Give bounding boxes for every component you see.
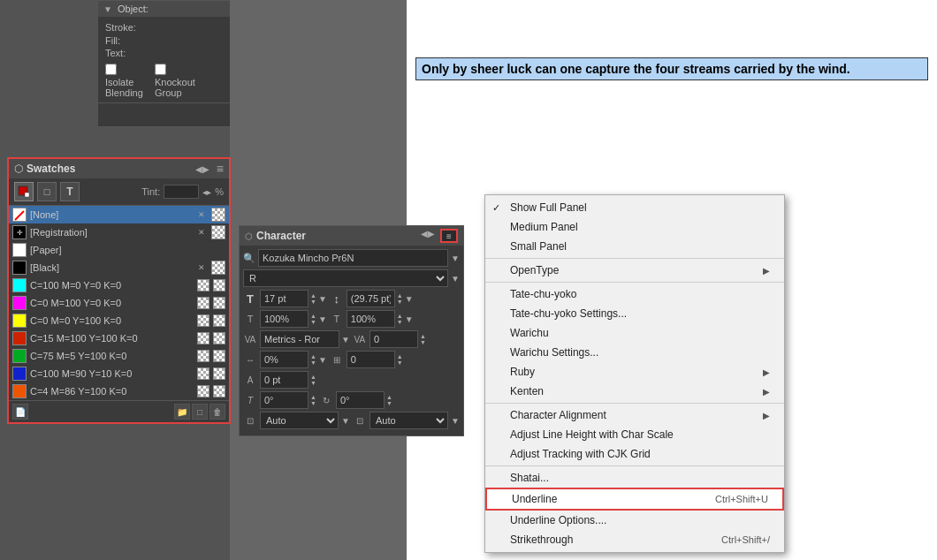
kerning-dropdown[interactable]: ▼ [341,335,350,344]
menu-underline[interactable]: Underline Ctrl+Shift+U [485,488,784,511]
panel-resize-handle[interactable]: ⬡ [14,163,23,175]
font-name-input[interactable] [258,249,448,267]
leading-input[interactable] [347,290,395,307]
swatch-none-color [12,208,27,222]
scale-h-dropdown[interactable]: ▼ [318,314,327,324]
swatch-paper-name: [Paper] [30,245,225,255]
menu-divider-4 [485,465,784,466]
swatches-header: ⬡ Swatches ◀▶ ≡ [9,159,229,178]
language-right-select[interactable]: Auto [369,412,448,429]
scale-v-arrows[interactable]: ▲ ▼ [397,313,403,325]
swatch-none-row[interactable]: [None] ✕ [9,206,229,223]
lang-right-dropdown[interactable]: ▼ [451,416,460,426]
swatch-none-preview [211,208,225,222]
font-dropdown-btn[interactable]: ▼ [451,254,460,263]
width-input[interactable] [260,351,309,368]
char-menu-btn[interactable]: ≡ [440,229,458,243]
swatch-orange-row[interactable]: C=4 M=86 Y=100 K=0 [9,382,229,400]
width-arrows[interactable]: ▲ ▼ [310,353,316,366]
swatch-registration-name: [Registration] [30,227,192,238]
menu-tate-chu-yoko-settings[interactable]: Tate-chu-yoko Settings... [485,304,784,323]
baseline-input[interactable] [260,371,309,389]
menu-warichu[interactable]: Warichu [485,323,784,343]
swatch-registration-row[interactable]: ✛ [Registration] ✕ [9,223,229,241]
menu-warichu-settings[interactable]: Warichu Settings... [485,343,784,362]
tracking-input[interactable] [369,330,418,348]
menu-opentype[interactable]: OpenType ▶ [485,261,784,280]
fill-type-btn[interactable] [14,182,34,201]
swatch-red-row[interactable]: C=15 M=100 Y=100 K=0 [9,329,229,347]
scale-v-input[interactable] [347,310,395,328]
tracking-arrows[interactable]: ▲ ▼ [420,333,426,345]
menu-divider-3 [485,403,784,404]
swatch-black-row[interactable]: [Black] ✕ [9,259,229,276]
stroke-type-btn[interactable]: □ [37,182,57,201]
kerning-spin: ▼ [260,330,350,348]
menu-shatai[interactable]: Shatai... [485,468,784,488]
font-size-input[interactable] [260,290,309,307]
menu-small-panel[interactable]: Small Panel [485,237,784,256]
height-arrows[interactable]: ▲ ▼ [397,353,403,366]
swatches-footer: 📄 📁 □ 🗑 [9,400,229,422]
search-icon: 🔍 [243,253,255,264]
rotation-icon: ↻ [319,396,333,405]
scale-v-dropdown[interactable]: ▼ [405,314,414,324]
swatch-green-row[interactable]: C=75 M=5 Y=100 K=0 [9,347,229,365]
stroke-label: Stroke: [105,21,136,34]
scale-h-input[interactable] [260,310,309,328]
knockout-group-checkbox[interactable] [155,64,166,75]
height-input[interactable] [347,351,395,368]
swatches-menu-btn[interactable]: ≡ [217,162,224,176]
kerning-input[interactable] [260,330,339,348]
swatches-collapse-btn[interactable]: ◀▶ [195,164,209,174]
font-size-arrows[interactable]: ▲ ▼ [310,292,316,305]
menu-adjust-line-height[interactable]: Adjust Line Height with Char Scale [485,425,784,444]
font-style-select[interactable]: R [243,269,448,287]
menu-show-full-panel[interactable]: ✓ Show Full Panel [485,198,784,217]
character-title: Character [256,230,306,242]
menu-underline-options[interactable]: Underline Options.... [485,511,784,530]
character-panel: ⬡ Character ◀▶ ≡ 🔍 ▼ R ▼ T ▲ [239,225,464,436]
menu-medium-panel[interactable]: Medium Panel [485,217,784,237]
menu-strikethrough[interactable]: Strikethrough Ctrl+Shift+/ [485,530,784,549]
menu-char-alignment[interactable]: Character Alignment ▶ [485,405,784,425]
language-left-select[interactable]: Auto [260,412,339,429]
scale-v-spin: ▲ ▼ ▼ [347,310,414,328]
skew-arrows[interactable]: ▲ ▼ [310,394,316,406]
swatch-magenta-row[interactable]: C=0 M=100 Y=0 K=0 [9,294,229,312]
swatch-cyan-row[interactable]: C=100 M=0 Y=0 K=0 [9,276,229,294]
rotation-arrows[interactable]: ▲ ▼ [386,394,392,406]
leading-arrows[interactable]: ▲ ▼ [397,292,403,305]
text-type-btn[interactable]: T [60,182,80,201]
menu-kenten[interactable]: Kenten ▶ [485,382,784,401]
char-body: 🔍 ▼ R ▼ T ▲ ▼ ▼ ↕ [240,246,463,435]
skew-input[interactable] [260,391,309,409]
swatch-page-btn[interactable]: 📄 [12,404,28,420]
swatch-yellow-row[interactable]: C=0 M=0 Y=100 K=0 [9,312,229,329]
menu-ruby[interactable]: Ruby ▶ [485,362,784,382]
baseline-arrows[interactable]: ▲ ▼ [310,374,316,386]
style-dropdown-btn[interactable]: ▼ [451,274,460,284]
rotation-input[interactable] [336,391,385,409]
scale-h-arrows[interactable]: ▲ ▼ [310,313,316,325]
tint-arrows[interactable]: ◂▸ [202,187,211,197]
swatch-paper-row[interactable]: [Paper] [9,241,229,259]
menu-tate-chu-yoko[interactable]: Tate-chu-yoko [485,284,784,304]
font-size-dropdown[interactable]: ▼ [318,294,327,304]
object-panel-collapse[interactable]: ▼ [103,4,114,14]
baseline-icon: A [243,375,257,385]
tint-input[interactable] [164,185,199,199]
skew-row: T ▲ ▼ ↻ ▲ ▼ [243,391,460,409]
leading-dropdown[interactable]: ▼ [405,294,414,304]
width-dropdown[interactable]: ▼ [318,355,327,365]
skew-spin: ▲ ▼ [260,391,316,409]
lang-left-dropdown[interactable]: ▼ [341,416,350,426]
swatch-blue-row[interactable]: C=100 M=90 Y=10 K=0 [9,365,229,382]
swatch-trash-btn[interactable]: 🗑 [209,404,225,420]
char-collapse-btn[interactable]: ◀▶ [421,229,435,243]
swatch-new-btn[interactable]: □ [192,404,208,420]
swatch-folder-btn[interactable]: 📁 [174,404,190,420]
isolate-blending-checkbox[interactable] [105,64,117,75]
menu-adjust-tracking[interactable]: Adjust Tracking with CJK Grid [485,444,784,464]
isolate-blending-label: Isolate Blending [105,64,141,98]
